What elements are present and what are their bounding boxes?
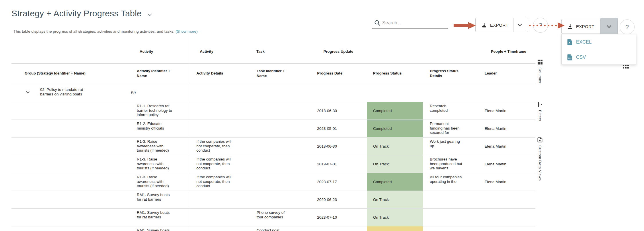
search-input[interactable] — [382, 18, 445, 27]
table-row[interactable]: R1-3. Raise awareness with tourists (if … — [11, 173, 535, 191]
leader-cell — [482, 209, 535, 226]
group-header-people-timeframe: People + Timeframe — [482, 43, 535, 54]
title-chevron-icon[interactable] — [147, 12, 152, 17]
progress-status-cell: Completed — [367, 173, 423, 191]
column-header-group[interactable]: Group (Strategy Identifier + Name) — [11, 64, 132, 83]
progress-date-cell: 2020-06-23 — [310, 191, 367, 208]
group-header-activity-2: Activity — [190, 43, 252, 54]
export-button-duplicate[interactable]: EXPORT — [561, 19, 617, 34]
export-dropdown-caret[interactable] — [514, 18, 526, 32]
activity-details-cell: If the companies will not cooperate, the… — [190, 173, 252, 191]
pinned-column-divider — [190, 34, 190, 231]
column-header-progress-status[interactable]: Progress Status — [367, 64, 423, 83]
table-row[interactable]: RM1. Survey boats for rat barriers Phone… — [11, 209, 535, 226]
csv-file-icon: CSV — [567, 54, 572, 60]
filter-icon — [538, 102, 542, 107]
group-header-cell — [367, 45, 423, 52]
page-subtitle: This table displays the progress of all … — [13, 29, 198, 34]
export-button-main[interactable]: EXPORT — [476, 18, 514, 32]
progress-date-cell: 2023-07-10 — [310, 209, 367, 226]
side-tab-filters[interactable]: Filters — [536, 102, 544, 121]
search-box — [372, 17, 448, 29]
help-button[interactable]: ? — [533, 18, 548, 33]
progress-table: Activity Activity Task Progress Update P… — [11, 33, 535, 231]
column-header-task-identifier[interactable]: Task Identifier + Name — [252, 64, 310, 83]
column-header-activity-identifier[interactable]: Activity Identifier + Name — [132, 64, 190, 83]
menu-item-label: EXCEL — [576, 39, 592, 45]
group-cell — [11, 155, 132, 173]
progress-status-cell — [367, 226, 423, 231]
activity-details-cell — [190, 209, 252, 226]
leader-cell: Elena Martin — [482, 138, 535, 155]
side-tab-label: Custom Data Views — [538, 145, 542, 181]
group-row[interactable]: 02. Policy to mandate rat barriers on vi… — [11, 83, 535, 102]
table-row[interactable]: R1-2. Educate ministry officials 2023-05… — [11, 120, 535, 138]
save-icon — [537, 137, 542, 142]
chevron-down-icon — [607, 25, 611, 28]
chevron-down-icon — [518, 24, 522, 26]
side-tab-columns[interactable]: Columns — [536, 60, 544, 83]
leader-cell: Elena Martin — [482, 173, 535, 191]
status-details-cell: Permanent funding has been secured for — [423, 120, 482, 137]
status-details-cell: Work just gearing up — [423, 138, 482, 155]
status-details-cell — [423, 191, 482, 208]
activity-details-cell: If the companies will not cooperate, the… — [190, 155, 252, 173]
task-cell — [252, 173, 310, 191]
status-details-cell: Brochures have been produced but we have… — [423, 155, 482, 173]
group-cell — [11, 226, 132, 231]
task-cell — [252, 120, 310, 137]
side-tab-custom-data-views[interactable]: Custom Data Views — [536, 137, 544, 181]
progress-date-cell: 2019-07-01 — [310, 155, 367, 173]
column-header-progress-date[interactable]: Progress Date — [310, 64, 367, 83]
show-more-link[interactable]: (Show more) — [175, 29, 198, 34]
excel-file-icon: x — [567, 39, 572, 45]
column-header-leader[interactable]: Leader — [482, 64, 535, 83]
activity-cell: RM1. Survey boats for rat barriers — [132, 191, 190, 208]
activity-details-cell — [190, 120, 252, 137]
export-button[interactable]: EXPORT — [475, 18, 528, 32]
leader-cell: Elena Martin — [482, 102, 535, 120]
group-cell — [11, 138, 132, 155]
svg-text:x: x — [569, 41, 570, 44]
activity-cell: R1-1. Research rat barrier technology to… — [132, 102, 190, 120]
table-row[interactable]: RM1. Survey boats for rat barriers 2020-… — [11, 191, 535, 209]
progress-status-cell: On Track — [367, 209, 423, 226]
activity-details-cell — [190, 102, 252, 120]
table-row[interactable]: R1-3. Raise awareness with tourists (if … — [11, 138, 535, 155]
activity-cell: R1-3. Raise awareness with tourists (if … — [132, 138, 190, 155]
table-row-partial[interactable]: RM1. Survey boats Conduct post — [11, 226, 535, 231]
help-button-duplicate[interactable]: ? — [620, 19, 635, 34]
progress-status-cell: On Track — [367, 191, 423, 208]
menu-item-excel[interactable]: x EXCEL — [562, 34, 636, 50]
menu-item-csv[interactable]: CSV CSV — [562, 50, 636, 65]
table-row[interactable]: R1-1. Research rat barrier technology to… — [11, 102, 535, 120]
help-question-mark: ? — [625, 24, 629, 30]
group-cell — [11, 120, 132, 137]
activity-cell: R1-3. Raise awareness with tourists (if … — [132, 173, 190, 191]
group-row-label: 02. Policy to mandate rat barriers on vi… — [40, 87, 91, 96]
progress-date-cell — [310, 226, 367, 231]
activity-cell: R1-3. Raise awareness with tourists (if … — [132, 155, 190, 173]
task-cell — [252, 155, 310, 173]
group-row-count: (8) — [131, 90, 136, 95]
group-header-progress-update: Progress Update — [310, 43, 367, 54]
activity-cell: RM1. Survey boats for rat barriers — [132, 209, 190, 226]
group-cell — [11, 173, 132, 191]
export-menu: x EXCEL CSV CSV — [561, 34, 636, 65]
download-icon — [567, 24, 573, 29]
task-cell — [252, 138, 310, 155]
group-cell — [11, 191, 132, 208]
leader-cell — [482, 191, 535, 208]
export-dropdown-caret-active[interactable] — [600, 18, 618, 35]
menu-item-label: CSV — [576, 54, 586, 60]
column-header-activity-details[interactable]: Activity Details — [190, 64, 252, 83]
progress-date-cell: 2023-05-01 — [310, 120, 367, 137]
status-details-cell — [423, 226, 482, 231]
activity-details-cell — [190, 226, 252, 231]
table-row[interactable]: R1-3. Raise awareness with tourists (if … — [11, 155, 535, 173]
group-expander-chevron-icon[interactable] — [26, 89, 30, 95]
annotation-arrow-solid — [454, 22, 476, 29]
export-button-main[interactable]: EXPORT — [562, 19, 600, 34]
subtitle-text: This table displays the progress of all … — [13, 29, 174, 34]
column-header-progress-status-details[interactable]: Progress Status Details — [423, 64, 482, 83]
